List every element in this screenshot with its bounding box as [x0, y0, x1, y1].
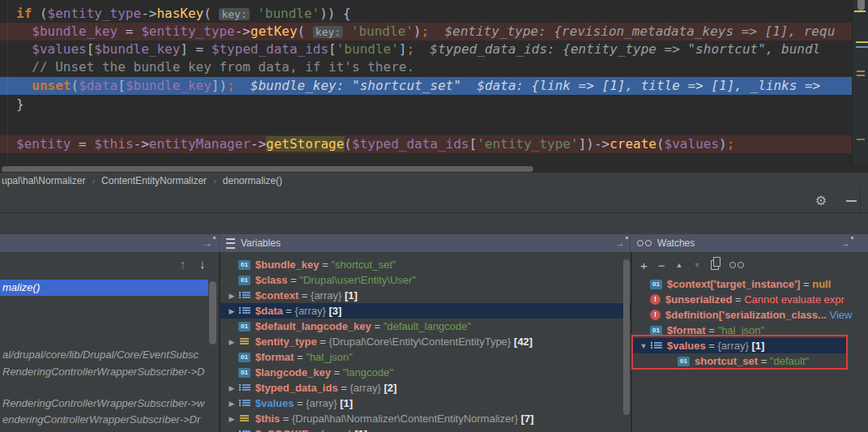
duplicate-watch-button[interactable] — [711, 260, 719, 270]
chevron-right-icon[interactable]: ▶ — [225, 415, 238, 423]
code-token: -> — [250, 136, 266, 152]
editor-error-stripe[interactable] — [852, 0, 868, 165]
equals-sign: = — [331, 366, 343, 379]
code-line[interactable]: } — [0, 96, 852, 113]
code-line[interactable]: if ($entity_type->hasKey( key: 'bundle')… — [0, 5, 852, 23]
variable-row[interactable]: ▶$entity_type = {Drupal\Core\Entity\Cont… — [220, 334, 631, 349]
primitive-icon: 01 — [238, 353, 250, 362]
variable-row[interactable]: 01$default_langcode_key = "default_langc… — [220, 319, 631, 334]
chevron-right-icon[interactable]: ▶ — [225, 338, 238, 346]
code-token: [ — [469, 136, 477, 152]
horizontal-scrollbar-thumb[interactable] — [2, 166, 533, 172]
variable-row[interactable]: ▶$this = {Drupal\hal\Normalizer\ContentE… — [220, 411, 631, 426]
frame-row[interactable]: malize() — [0, 280, 208, 296]
variable-value: "Drupal\user\Entity\User" — [300, 274, 417, 286]
breadcrumb-item-method[interactable]: denormalize() — [223, 175, 282, 186]
remove-watch-button[interactable]: − — [658, 259, 665, 272]
code-token — [16, 59, 32, 75]
move-up-button[interactable]: ▲ — [676, 261, 683, 269]
code-token: ; — [727, 136, 735, 152]
pin-icon[interactable]: → — [203, 238, 212, 248]
frames-panel: ↑ ↓ malize()al/drupal/core/lib/Drupal/Co… — [0, 252, 220, 432]
equals-sign: = — [280, 413, 292, 425]
chevron-right-icon[interactable]: ▶ — [225, 400, 238, 408]
variable-row[interactable]: 01$langcode_key = "langcode" — [220, 365, 631, 380]
vertical-scrollbar-thumb[interactable] — [857, 0, 865, 11]
pin-icon[interactable]: → — [615, 238, 625, 248]
primitive-icon: 01 — [650, 280, 662, 289]
code-token: ) — [413, 24, 421, 39]
variable-value: [42] — [514, 336, 532, 348]
variable-name: $format — [255, 351, 294, 363]
equals-sign: = — [371, 320, 383, 332]
variable-value: [1] — [344, 289, 357, 302]
code-line[interactable]: unset($data[$bundle_key]); $bundle_key: … — [0, 77, 852, 95]
object-icon — [238, 336, 250, 347]
variable-value: [7] — [521, 413, 534, 425]
code-line[interactable]: $bundle_key = $entity_type->getKey( key:… — [0, 23, 852, 41]
frames-scrollbar-thumb[interactable] — [209, 281, 216, 344]
code-line[interactable]: $values[$bundle_key] = $typed_data_ids['… — [0, 41, 852, 58]
code-editor[interactable]: if ($entity_type->hasKey( key: 'bundle')… — [0, 0, 868, 165]
variable-name: $definition['serialization_class... — [665, 309, 827, 321]
variable-row[interactable]: ▶$context = {array} [1] — [220, 288, 631, 303]
arrow-down-icon[interactable]: ↓ — [199, 257, 206, 271]
variable-row[interactable]: ▶$data = {array} [3] — [220, 303, 631, 319]
move-down-button[interactable]: ▼ — [693, 261, 700, 269]
variables-panel-header[interactable]: Variables → — [220, 234, 631, 252]
horizontal-scrollbar[interactable] — [0, 165, 868, 173]
watch-row[interactable]: !$unserialized = Cannot evaluate expr — [632, 292, 868, 307]
code-token: ( — [71, 78, 79, 93]
frame-row[interactable]: RenderingControllerWrapperSubscriber->D — [0, 364, 208, 380]
watches-panel-header[interactable]: Watches → — [631, 234, 868, 252]
chevron-right-icon[interactable]: ▶ — [225, 384, 238, 392]
equals-sign: = — [298, 289, 310, 302]
chevron-right-icon[interactable]: ▶ — [225, 307, 238, 315]
variable-row[interactable]: 01$class = "Drupal\user\Entity\User" — [220, 272, 631, 288]
frames-panel-header[interactable]: → — [0, 234, 220, 252]
code-token: 'bundle' — [336, 41, 399, 57]
code-token: key: — [313, 26, 343, 38]
inline-debug-hint: $bundle_key: "shortcut_set" $data: {link… — [235, 78, 820, 93]
variable-value: "langcode" — [343, 366, 393, 379]
variable-name: $data — [255, 305, 283, 317]
variable-value: {Drupal\Core\Entity\ContentEntityType} — [329, 336, 514, 348]
watches-panel-title: Watches — [657, 237, 695, 249]
variables-scrollbar-thumb[interactable] — [623, 259, 630, 415]
error-stripe-mark — [856, 41, 868, 43]
variable-row[interactable]: 01$format = "hal_json" — [220, 349, 631, 365]
code-token: -> — [594, 136, 609, 152]
frame-row[interactable]: al/drupal/core/lib/Drupal/Core/EventSubs… — [0, 347, 208, 363]
array-icon — [238, 290, 250, 301]
code-token: $bundle_key — [126, 78, 212, 93]
variable-row[interactable]: ▶$typed_data_ids = {array} [2] — [220, 380, 631, 396]
variable-row[interactable]: 01$bundle_key = "shortcut_set" — [220, 257, 631, 272]
variable-name: $unserialized — [665, 293, 732, 306]
breadcrumb-item-class[interactable]: ContentEntityNormalizer — [101, 175, 207, 186]
show-watches-button[interactable] — [729, 262, 744, 268]
frame-row[interactable]: RenderingControllerWrapperSubscriber->w — [0, 396, 208, 412]
code-token: // Unset the bundle key from data, if it… — [32, 59, 414, 75]
watch-row[interactable]: !$definition['serialization_class... Vie… — [632, 307, 868, 323]
frame-row[interactable]: enderingControllerWrapperSubscriber->Dr — [0, 412, 208, 428]
code-token — [16, 41, 32, 57]
primitive-icon: 01 — [238, 260, 250, 270]
breadcrumb-item-namespace[interactable]: upal\hal\Normalizer — [2, 175, 85, 186]
hide-panel-button[interactable] — [846, 200, 857, 202]
variable-row[interactable]: ▶$values = {array} [1] — [220, 396, 631, 411]
variable-row[interactable]: ▶$_COOKIE = {array} [1] — [220, 426, 631, 432]
variables-panel-title: Variables — [241, 237, 280, 249]
arrow-up-icon[interactable]: ↑ — [180, 257, 186, 271]
variable-value: "hal_json" — [306, 351, 353, 363]
code-line[interactable]: // Unset the bundle key from data, if it… — [0, 58, 852, 76]
gear-icon[interactable]: ⚙ — [815, 192, 827, 210]
code-line[interactable]: $entity = $this->entityManager->getStora… — [0, 135, 852, 153]
code-token: 'entity_type' — [477, 136, 578, 152]
code-token: 'bundle' — [351, 24, 413, 39]
add-watch-button[interactable]: + — [640, 259, 648, 272]
variable-name: $_COOKIE — [255, 428, 309, 432]
watch-row[interactable]: 01$context['target_instance'] = null — [632, 276, 868, 292]
chevron-right-icon[interactable]: ▶ — [225, 292, 238, 300]
pin-icon[interactable]: → — [840, 238, 850, 248]
variable-name: $values — [255, 397, 294, 409]
